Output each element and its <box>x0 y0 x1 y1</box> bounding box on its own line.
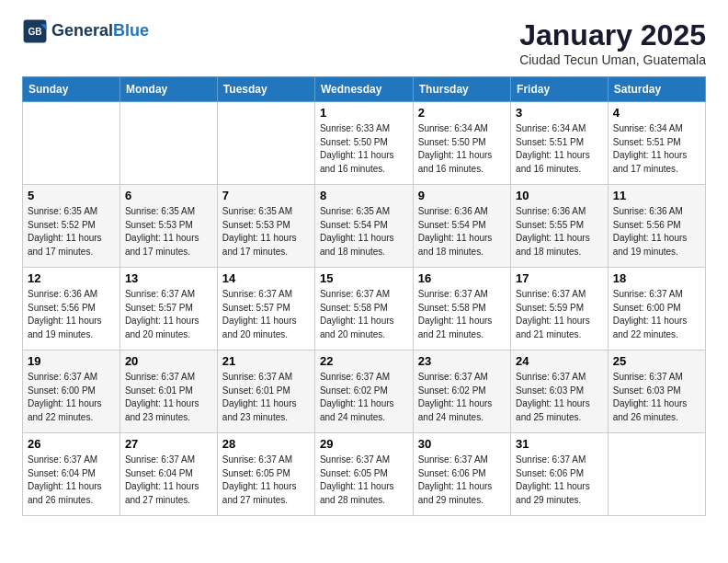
day-info: Sunrise: 6:35 AMSunset: 5:53 PMDaylight:… <box>125 205 212 259</box>
calendar-cell: 3Sunrise: 6:34 AMSunset: 5:51 PMDaylight… <box>511 102 609 185</box>
calendar-cell: 31Sunrise: 6:37 AMSunset: 6:06 PMDayligh… <box>511 433 609 516</box>
day-info: Sunrise: 6:37 AMSunset: 6:04 PMDaylight:… <box>125 454 212 507</box>
weekday-header-saturday: Saturday <box>608 77 705 102</box>
calendar-cell: 14Sunrise: 6:37 AMSunset: 5:57 PMDayligh… <box>217 268 314 350</box>
month-title: January 2025 <box>519 18 706 52</box>
calendar-cell: 23Sunrise: 6:37 AMSunset: 6:02 PMDayligh… <box>413 350 510 433</box>
svg-text:GB: GB <box>28 27 41 37</box>
day-number: 4 <box>613 106 700 120</box>
logo-general: GeneralBlue <box>51 22 149 40</box>
day-number: 26 <box>28 437 115 451</box>
calendar-cell: 28Sunrise: 6:37 AMSunset: 6:05 PMDayligh… <box>217 433 314 516</box>
day-info: Sunrise: 6:37 AMSunset: 6:06 PMDaylight:… <box>516 454 603 507</box>
day-number: 10 <box>516 189 603 202</box>
day-number: 27 <box>125 437 212 451</box>
day-info: Sunrise: 6:37 AMSunset: 6:02 PMDaylight:… <box>320 371 408 424</box>
day-number: 13 <box>125 271 212 285</box>
calendar-cell: 29Sunrise: 6:37 AMSunset: 6:05 PMDayligh… <box>314 433 413 516</box>
day-number: 17 <box>516 271 603 285</box>
day-number: 2 <box>418 106 506 120</box>
day-info: Sunrise: 6:37 AMSunset: 6:01 PMDaylight:… <box>125 371 212 424</box>
day-info: Sunrise: 6:36 AMSunset: 5:55 PMDaylight:… <box>516 205 603 259</box>
location-subtitle: Ciudad Tecun Uman, Guatemala <box>519 52 706 67</box>
calendar-cell: 11Sunrise: 6:36 AMSunset: 5:56 PMDayligh… <box>608 185 705 268</box>
day-info: Sunrise: 6:36 AMSunset: 5:54 PMDaylight:… <box>418 205 506 259</box>
logo-icon: GB <box>22 18 48 44</box>
day-info: Sunrise: 6:36 AMSunset: 5:56 PMDaylight:… <box>28 288 115 341</box>
calendar-cell <box>23 102 120 185</box>
day-number: 16 <box>418 271 506 285</box>
weekday-header-monday: Monday <box>119 77 217 102</box>
day-info: Sunrise: 6:37 AMSunset: 5:57 PMDaylight:… <box>222 288 310 341</box>
calendar-cell: 22Sunrise: 6:37 AMSunset: 6:02 PMDayligh… <box>314 350 413 433</box>
day-info: Sunrise: 6:37 AMSunset: 6:00 PMDaylight:… <box>613 288 700 341</box>
calendar-cell: 6Sunrise: 6:35 AMSunset: 5:53 PMDaylight… <box>119 185 217 268</box>
day-number: 29 <box>320 437 408 451</box>
day-info: Sunrise: 6:37 AMSunset: 6:04 PMDaylight:… <box>28 454 115 507</box>
day-info: Sunrise: 6:34 AMSunset: 5:50 PMDaylight:… <box>418 122 506 176</box>
day-number: 19 <box>28 354 115 368</box>
calendar-cell: 30Sunrise: 6:37 AMSunset: 6:06 PMDayligh… <box>413 433 510 516</box>
day-info: Sunrise: 6:37 AMSunset: 6:03 PMDaylight:… <box>516 371 603 424</box>
day-number: 31 <box>516 437 603 451</box>
day-number: 23 <box>418 354 506 368</box>
calendar-week-row: 19Sunrise: 6:37 AMSunset: 6:00 PMDayligh… <box>23 350 706 433</box>
calendar-week-row: 26Sunrise: 6:37 AMSunset: 6:04 PMDayligh… <box>23 433 706 516</box>
day-info: Sunrise: 6:34 AMSunset: 5:51 PMDaylight:… <box>516 122 603 176</box>
day-info: Sunrise: 6:37 AMSunset: 6:05 PMDaylight:… <box>320 454 408 507</box>
calendar-cell: 9Sunrise: 6:36 AMSunset: 5:54 PMDaylight… <box>413 185 510 268</box>
day-info: Sunrise: 6:33 AMSunset: 5:50 PMDaylight:… <box>320 122 408 176</box>
day-number: 15 <box>320 271 408 285</box>
day-info: Sunrise: 6:35 AMSunset: 5:53 PMDaylight:… <box>222 205 310 259</box>
day-info: Sunrise: 6:34 AMSunset: 5:51 PMDaylight:… <box>613 122 700 176</box>
day-number: 24 <box>516 354 603 368</box>
day-info: Sunrise: 6:37 AMSunset: 6:05 PMDaylight:… <box>222 454 310 507</box>
calendar-cell: 25Sunrise: 6:37 AMSunset: 6:03 PMDayligh… <box>608 350 705 433</box>
calendar-cell: 18Sunrise: 6:37 AMSunset: 6:00 PMDayligh… <box>608 268 705 350</box>
day-number: 28 <box>222 437 310 451</box>
weekday-header-sunday: Sunday <box>23 77 120 102</box>
calendar-cell: 12Sunrise: 6:36 AMSunset: 5:56 PMDayligh… <box>23 268 120 350</box>
calendar-cell: 16Sunrise: 6:37 AMSunset: 5:58 PMDayligh… <box>413 268 510 350</box>
day-number: 11 <box>613 189 700 202</box>
title-section: January 2025 Ciudad Tecun Uman, Guatemal… <box>519 18 706 67</box>
calendar-cell: 4Sunrise: 6:34 AMSunset: 5:51 PMDaylight… <box>608 102 705 185</box>
calendar-cell: 15Sunrise: 6:37 AMSunset: 5:58 PMDayligh… <box>314 268 413 350</box>
calendar-cell: 5Sunrise: 6:35 AMSunset: 5:52 PMDaylight… <box>23 185 120 268</box>
calendar-cell: 8Sunrise: 6:35 AMSunset: 5:54 PMDaylight… <box>314 185 413 268</box>
calendar-cell: 10Sunrise: 6:36 AMSunset: 5:55 PMDayligh… <box>511 185 609 268</box>
calendar-cell <box>217 102 314 185</box>
day-number: 9 <box>418 189 506 202</box>
calendar-cell: 24Sunrise: 6:37 AMSunset: 6:03 PMDayligh… <box>511 350 609 433</box>
day-info: Sunrise: 6:37 AMSunset: 5:58 PMDaylight:… <box>320 288 408 341</box>
day-number: 12 <box>28 271 115 285</box>
day-number: 21 <box>222 354 310 368</box>
day-number: 18 <box>613 271 700 285</box>
day-number: 5 <box>28 189 115 202</box>
calendar-cell: 2Sunrise: 6:34 AMSunset: 5:50 PMDaylight… <box>413 102 510 185</box>
calendar-cell: 26Sunrise: 6:37 AMSunset: 6:04 PMDayligh… <box>23 433 120 516</box>
day-info: Sunrise: 6:36 AMSunset: 5:56 PMDaylight:… <box>613 205 700 259</box>
day-info: Sunrise: 6:37 AMSunset: 5:58 PMDaylight:… <box>418 288 506 341</box>
calendar-cell: 7Sunrise: 6:35 AMSunset: 5:53 PMDaylight… <box>217 185 314 268</box>
day-number: 1 <box>320 106 408 120</box>
calendar-cell: 17Sunrise: 6:37 AMSunset: 5:59 PMDayligh… <box>511 268 609 350</box>
calendar-cell: 19Sunrise: 6:37 AMSunset: 6:00 PMDayligh… <box>23 350 120 433</box>
day-number: 3 <box>516 106 603 120</box>
day-info: Sunrise: 6:37 AMSunset: 6:03 PMDaylight:… <box>613 371 700 424</box>
calendar-cell: 27Sunrise: 6:37 AMSunset: 6:04 PMDayligh… <box>119 433 217 516</box>
calendar-table: SundayMondayTuesdayWednesdayThursdayFrid… <box>22 76 706 516</box>
day-info: Sunrise: 6:37 AMSunset: 5:59 PMDaylight:… <box>516 288 603 341</box>
day-number: 6 <box>125 189 212 202</box>
day-number: 7 <box>222 189 310 202</box>
calendar-cell: 20Sunrise: 6:37 AMSunset: 6:01 PMDayligh… <box>119 350 217 433</box>
day-info: Sunrise: 6:37 AMSunset: 6:00 PMDaylight:… <box>28 371 115 424</box>
day-number: 8 <box>320 189 408 202</box>
weekday-header-wednesday: Wednesday <box>314 77 413 102</box>
day-number: 14 <box>222 271 310 285</box>
day-info: Sunrise: 6:37 AMSunset: 6:02 PMDaylight:… <box>418 371 506 424</box>
day-info: Sunrise: 6:35 AMSunset: 5:54 PMDaylight:… <box>320 205 408 259</box>
calendar-cell: 13Sunrise: 6:37 AMSunset: 5:57 PMDayligh… <box>119 268 217 350</box>
day-info: Sunrise: 6:35 AMSunset: 5:52 PMDaylight:… <box>28 205 115 259</box>
page-header: GB GeneralBlue January 2025 Ciudad Tecun… <box>22 18 706 67</box>
